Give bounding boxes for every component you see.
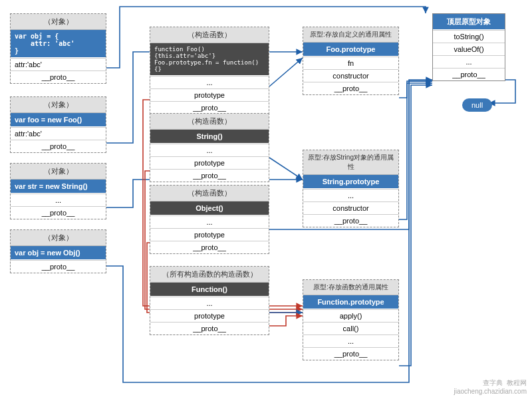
pfoo-r1: fn [303, 57, 398, 69]
cfoo-r3: __proto__ [150, 101, 269, 114]
pstring-r3: __proto__ [303, 214, 398, 227]
str-title: var str = new String() [11, 180, 106, 194]
obj1-header: （对象） [11, 14, 106, 30]
cobject-t: Object() [150, 201, 269, 215]
cfunction-header: （所有构造函数的构造函数） [150, 267, 269, 283]
cobject-r3: __proto__ [150, 241, 269, 253]
cobject-r2: prototype [150, 228, 269, 241]
box-obj1: （对象） var obj = { attr: 'abc' } attr:'abc… [10, 13, 106, 84]
cfoo-header: （构造函数） [150, 27, 269, 43]
pfoo-r2: constructor [303, 69, 398, 82]
top-r4: __proto__ [433, 68, 505, 80]
box-cfoo: （构造函数） function Foo(){this.attr='abc'}Fo… [150, 27, 269, 114]
foo-title: var foo = new Foo() [11, 113, 106, 127]
box-foo: （对象） var foo = new Foo() attr:'abc' __pr… [10, 96, 106, 153]
box-pfunction: 原型:存放函数的通用属性 Function.prototype apply() … [303, 279, 399, 360]
cfoo-r1: ... [150, 76, 269, 88]
foo-r1: attr:'abc' [11, 127, 106, 140]
box-cfunction: （所有构造函数的构造函数） Function() ... prototype _… [150, 266, 269, 335]
top-header: 顶层原型对象 [433, 14, 505, 30]
cstring-r1: ... [150, 144, 269, 156]
pfunction-r3: ... [303, 334, 398, 347]
top-r1: toString() [433, 30, 505, 43]
cstring-r2: prototype [150, 156, 269, 169]
str-header: （对象） [11, 164, 106, 180]
pstring-r2: constructor [303, 201, 398, 214]
obj1-r2: __proto__ [11, 70, 106, 83]
top-r3: ... [433, 55, 505, 68]
pfoo-header: 原型:存放自定义的通用属性 [303, 27, 398, 43]
obj1-r1: attr:'abc' [11, 58, 106, 70]
pstring-r1: ... [303, 189, 398, 201]
cfunction-r1: ... [150, 297, 269, 309]
pfunction-t: Function.prototype [303, 295, 398, 309]
cfunction-t: Function() [150, 283, 269, 297]
box-str: （对象） var str = new String() ... __proto_… [10, 163, 106, 219]
pfoo-t: Foo.prototype [303, 43, 398, 57]
str-r2: __proto__ [11, 206, 106, 219]
box-obj2: （对象） var obj = new Obj() __proto__ [10, 229, 106, 273]
cfoo-r2: prototype [150, 88, 269, 101]
cfunction-r3: __proto__ [150, 322, 269, 334]
pfunction-r4: __proto__ [303, 347, 398, 360]
cfoo-t1: function Foo(){this.attr='abc'}Foo.proto… [150, 43, 269, 76]
pfunction-header: 原型:存放函数的通用属性 [303, 280, 398, 295]
watermark: 查字典 教程网 jiaocheng.chazidian.com [454, 378, 527, 395]
null-box: null [462, 98, 492, 112]
foo-header: （对象） [11, 97, 106, 113]
pstring-t: String.prototype [303, 175, 398, 189]
cobject-header: （构造函数） [150, 186, 269, 201]
foo-r2: __proto__ [11, 140, 106, 152]
obj2-title: var obj = new Obj() [11, 246, 106, 260]
pfunction-r2: call() [303, 322, 398, 334]
box-pstring: 原型:存放String对象的通用属性 String.prototype ... … [303, 150, 399, 227]
box-cstring: （构造函数） String() ... prototype __proto__ [150, 113, 269, 182]
cobject-r1: ... [150, 215, 269, 228]
box-cobject: （构造函数） Object() ... prototype __proto__ [150, 185, 269, 254]
obj2-header: （对象） [11, 230, 106, 246]
pfoo-r3: __proto__ [303, 82, 398, 94]
box-pfoo: 原型:存放自定义的通用属性 Foo.prototype fn construct… [303, 27, 399, 95]
cstring-r3: __proto__ [150, 169, 269, 182]
obj1-title: var obj = { attr: 'abc' } [11, 30, 106, 58]
cstring-t: String() [150, 130, 269, 144]
cstring-header: （构造函数） [150, 114, 269, 130]
obj2-r1: __proto__ [11, 260, 106, 273]
str-r1: ... [11, 194, 106, 206]
pfunction-r1: apply() [303, 309, 398, 322]
top-r2: valueOf() [433, 43, 505, 55]
box-top: 顶层原型对象 toString() valueOf() ... __proto_… [432, 13, 505, 81]
pstring-header: 原型:存放String对象的通用属性 [303, 150, 398, 175]
cfunction-r2: prototype [150, 309, 269, 322]
